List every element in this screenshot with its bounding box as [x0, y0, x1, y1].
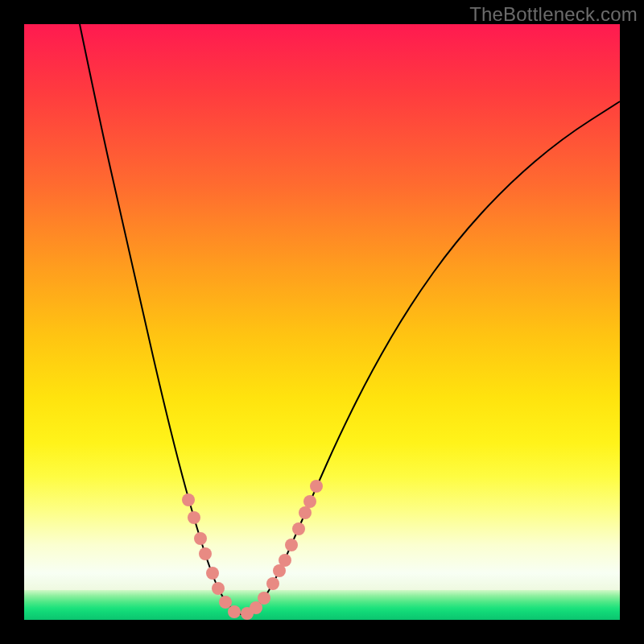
beads-left: [182, 493, 241, 618]
bead-point: [303, 495, 316, 508]
bead-point: [182, 493, 195, 506]
curve-right: [238, 101, 620, 614]
bead-point: [279, 554, 291, 567]
bead-point: [258, 592, 270, 605]
chart-frame: TheBottleneck.com: [0, 0, 644, 644]
bead-point: [199, 547, 212, 560]
bead-point: [266, 577, 279, 590]
bead-point: [206, 567, 219, 580]
curve-left: [80, 24, 238, 614]
beads-right: [241, 480, 323, 620]
watermark-text: TheBottleneck.com: [469, 3, 638, 26]
plot-area: [24, 24, 620, 620]
bead-point: [285, 539, 298, 551]
bead-point: [188, 511, 200, 524]
bead-point: [299, 506, 312, 519]
bottleneck-curve: [24, 24, 620, 620]
bead-point: [194, 532, 207, 545]
bead-point: [212, 582, 225, 595]
bead-point: [228, 605, 241, 618]
bead-point: [219, 596, 232, 609]
bead-point: [310, 480, 323, 493]
bead-point: [292, 522, 305, 535]
